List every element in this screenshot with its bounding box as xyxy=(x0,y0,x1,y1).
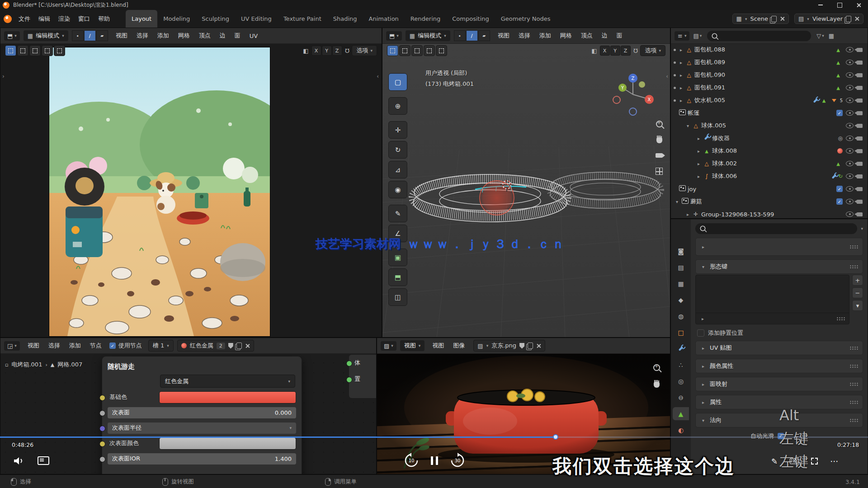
menu-view[interactable]: 视图 xyxy=(428,340,448,351)
select-invert-button[interactable] xyxy=(42,45,53,56)
menu-select[interactable]: 选择 xyxy=(44,340,64,351)
annotate-icon[interactable]: ✎ xyxy=(771,457,778,466)
camera-icon[interactable] xyxy=(857,174,863,178)
copy-image-icon[interactable] xyxy=(528,343,533,349)
face-select-toggle[interactable] xyxy=(478,30,490,41)
node-material-dropdown[interactable]: 红色金属▾ xyxy=(160,375,295,388)
select-set-button[interactable] xyxy=(387,45,398,56)
tab-rendering[interactable]: Rendering xyxy=(405,10,446,28)
outliner-row[interactable]: △球体.005 xyxy=(671,119,868,132)
mirror-y-button[interactable]: Y xyxy=(610,46,620,56)
volume-icon[interactable] xyxy=(14,457,24,465)
outliner-row[interactable]: 帐篷 xyxy=(671,107,868,119)
eye-icon[interactable] xyxy=(846,199,854,204)
edge-select-toggle[interactable] xyxy=(466,30,478,41)
properties-search-input[interactable] xyxy=(695,223,857,234)
progress-handle[interactable] xyxy=(553,434,558,440)
tab-compositing[interactable]: Compositing xyxy=(446,10,495,28)
outliner-row[interactable]: △球体.002▲ xyxy=(671,157,868,170)
zoom-icon[interactable] xyxy=(653,364,660,371)
snap-magnet-icon[interactable]: Ω xyxy=(633,47,638,54)
tab-uv-editing[interactable]: UV Editing xyxy=(235,10,278,28)
outliner-row[interactable]: △面包机.091▲ xyxy=(671,81,868,94)
expand-arrow-icon[interactable] xyxy=(678,60,684,65)
display-mode-dropdown[interactable]: 视图▾ xyxy=(400,340,425,351)
tab-object-properties[interactable]: □ xyxy=(673,326,689,339)
snap-magnet-icon[interactable]: Ω xyxy=(345,47,349,54)
material-users-count[interactable]: 2 xyxy=(217,343,225,349)
menu-face[interactable]: 面 xyxy=(231,30,245,41)
outliner-row[interactable]: △面包机.089▲ xyxy=(671,56,868,69)
more-options-icon[interactable]: ⋯ xyxy=(830,456,838,466)
eye-icon[interactable] xyxy=(846,211,854,217)
tool-move[interactable]: ✛ xyxy=(388,121,407,139)
menu-render[interactable]: 渲染 xyxy=(54,13,74,25)
tab-viewlayer-properties[interactable]: ▦ xyxy=(673,277,689,290)
pause-button[interactable] xyxy=(431,456,438,465)
eye-icon[interactable] xyxy=(846,186,854,192)
menu-view[interactable]: 视图 xyxy=(24,340,43,351)
options-dropdown[interactable]: 选项▾ xyxy=(640,45,665,56)
panel-grip-icon[interactable] xyxy=(849,418,859,422)
outliner-row[interactable]: ▲球体.008 xyxy=(671,145,868,157)
pan-hand-icon[interactable] xyxy=(654,382,660,388)
menu-edge[interactable]: 边 xyxy=(216,30,230,41)
camera-icon[interactable] xyxy=(857,86,863,90)
face-select-toggle[interactable] xyxy=(96,30,108,41)
material-selector[interactable]: 红色金属 2 xyxy=(177,340,254,352)
filter-icon[interactable]: ▽ xyxy=(816,33,821,39)
expand-arrow-icon[interactable] xyxy=(695,174,702,179)
vertex-select-toggle[interactable] xyxy=(454,30,466,41)
camera-frame-image[interactable] xyxy=(49,47,270,336)
material-slot-dropdown[interactable]: 槽 1▾ xyxy=(148,340,174,352)
select-subtract-button[interactable] xyxy=(411,45,423,56)
expand-arrow-icon[interactable] xyxy=(678,47,684,52)
expand-arrow-icon[interactable] xyxy=(678,98,684,103)
tab-texture-paint[interactable]: Texture Paint xyxy=(278,10,327,28)
tab-layout[interactable]: Layout xyxy=(126,10,157,28)
tool-rotate[interactable]: ↻ xyxy=(388,141,407,159)
expand-arrow-icon[interactable] xyxy=(695,161,702,166)
camera-icon[interactable] xyxy=(857,162,863,166)
shader-socket[interactable] xyxy=(346,377,352,383)
tool-annotate[interactable]: ✎ xyxy=(388,205,407,222)
tool-cursor[interactable]: ⊕ xyxy=(388,97,407,115)
outliner-row[interactable]: △饮水机.005▲5 xyxy=(671,94,868,107)
editor-type-button[interactable]: ◲▾ xyxy=(4,341,20,351)
mirror-x-button[interactable]: X xyxy=(600,46,610,56)
copy-material-icon[interactable] xyxy=(236,343,242,349)
collection-checkbox[interactable] xyxy=(836,110,843,116)
camera-icon[interactable] xyxy=(857,149,863,153)
select-invert-button[interactable] xyxy=(424,45,435,56)
outliner-row[interactable]: joy xyxy=(671,183,868,195)
use-nodes-checkbox[interactable] xyxy=(109,343,116,349)
pan-hand-icon[interactable] xyxy=(656,137,662,143)
eye-icon[interactable] xyxy=(846,110,854,116)
tool-extrude-region[interactable]: ⬒ xyxy=(388,268,407,286)
tab-animation[interactable]: Animation xyxy=(363,10,405,28)
tab-world-properties[interactable]: ◍ xyxy=(673,310,689,323)
menu-select[interactable]: 选择 xyxy=(132,30,152,41)
menu-add[interactable]: 添加 xyxy=(65,340,85,351)
select-intersect-button[interactable] xyxy=(54,45,65,56)
panel-grip-icon[interactable] xyxy=(849,400,859,404)
close-button[interactable] xyxy=(849,0,868,10)
outliner-row[interactable]: △面包机.090▲ xyxy=(671,69,868,81)
eye-icon[interactable] xyxy=(846,174,854,179)
tab-modeling[interactable]: Modeling xyxy=(157,10,196,28)
camera-icon[interactable] xyxy=(857,111,863,115)
menu-mesh[interactable]: 网格 xyxy=(174,30,194,41)
subtitle-icon[interactable] xyxy=(38,456,49,465)
tab-sculpting[interactable]: Sculpting xyxy=(196,10,235,28)
eye-icon[interactable] xyxy=(846,148,854,154)
menu-help[interactable]: 帮助 xyxy=(94,13,114,25)
color-attributes-panel-header[interactable]: 颜色属性 xyxy=(695,359,863,373)
tab-render-properties[interactable]: ◙ xyxy=(673,244,689,258)
expand-arrow-icon[interactable] xyxy=(695,149,702,154)
zoom-icon[interactable] xyxy=(656,121,663,127)
panel-expand-arrow[interactable]: › xyxy=(2,73,5,80)
subsurface-slider[interactable]: 次表面0.000 xyxy=(108,407,296,418)
tab-output-properties[interactable]: ▤ xyxy=(673,261,689,274)
tool-inset-faces[interactable]: ◫ xyxy=(388,288,407,306)
panel-collapse-arrow[interactable]: ‹ xyxy=(377,73,379,80)
